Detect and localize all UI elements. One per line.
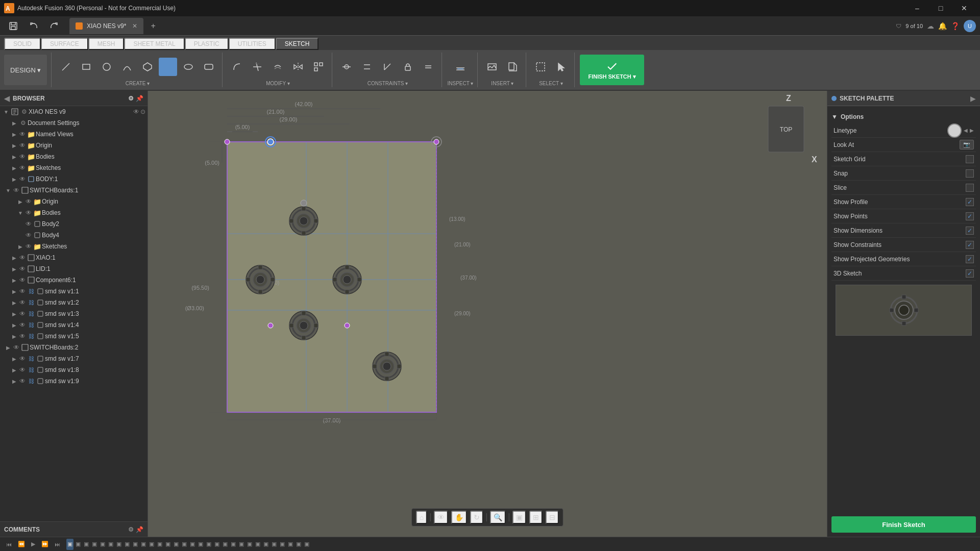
browser-content[interactable]: ▼ ⚙ XIAO NES v9 👁 ⊙ ▶ ⚙ Document Setting… [0,106,148,521]
tree-doc-settings[interactable]: ▶ ⚙ Document Settings [0,117,148,129]
save-button[interactable] [4,17,22,35]
maximize-button[interactable]: □ [929,0,952,16]
circle-tool-button[interactable] [97,58,116,76]
polygon-tool-button[interactable] [138,58,157,76]
timeline-step-11[interactable]: ▣ [148,539,155,550]
tree-sw1-sketches[interactable]: ▶ 👁 📁 Sketches [0,241,148,252]
tree-body2[interactable]: 👁 Body2 [0,218,148,230]
timeline-step-30[interactable]: ▣ [303,539,310,550]
tree-smd1[interactable]: ▶ 👁 ⛓ smd sw v1:1 [0,286,148,297]
show-dimensions-checkbox[interactable] [966,227,974,235]
sketch-dim-button[interactable] [451,58,470,76]
origin-visibility[interactable]: 👁 [18,142,27,149]
timeline-step-24[interactable]: ▣ [254,539,261,550]
browser-settings-icon[interactable]: ⚙ [128,95,134,102]
sw1-bodies-vis[interactable]: 👁 [24,209,33,216]
body2-visibility[interactable]: 👁 [24,220,33,228]
pattern-tool-button[interactable] [309,58,328,76]
lock-button[interactable] [399,58,417,76]
sw1-sketches-vis[interactable]: 👁 [24,243,33,250]
parallel-button[interactable] [358,58,376,76]
timeline-step-6[interactable]: ▣ [107,539,114,550]
home-view-button[interactable]: ⌂ [416,511,427,524]
timeline-step-13[interactable]: ▣ [164,539,172,550]
tree-origin[interactable]: ▶ 👁 📁 Origin [0,140,148,151]
tab-surface[interactable]: SURFACE [41,38,88,50]
insert-dxf-button[interactable] [503,58,522,76]
timeline-step-3[interactable]: ▣ [83,539,90,550]
tree-switchboards1[interactable]: ▼ 👁 SWITCHBoards:1 [0,185,148,196]
snap-checkbox[interactable] [966,169,974,178]
tree-named-views[interactable]: ▶ 👁 📁 Named Views [0,129,148,140]
notification-icon[interactable]: 🔔 [938,22,947,30]
sw1-origin-vis[interactable]: 👁 [24,198,33,205]
timeline-step-7[interactable]: ▣ [115,539,122,550]
browser-pin-icon[interactable]: 📌 [136,95,143,102]
timeline-step-1[interactable]: ▣ [66,539,74,550]
offset-tool-button[interactable] [268,58,287,76]
tree-smd7[interactable]: ▶ 👁 ⛓ smd sw v1:7 [0,353,148,364]
tree-component61[interactable]: ▶ 👁 Component6:1 [0,274,148,286]
timeline-step-26[interactable]: ▣ [271,539,278,550]
timeline-step-23[interactable]: ▣ [246,539,253,550]
timeline-step-25[interactable]: ▣ [262,539,270,550]
cursor-button[interactable] [552,58,570,76]
root-visibility[interactable]: 👁 [132,108,140,115]
perpendicular-button[interactable] [378,58,397,76]
body1-visibility[interactable]: 👁 [18,176,27,183]
insert-image-button[interactable] [483,58,501,76]
sketches-visibility[interactable]: 👁 [18,164,27,171]
rectangle-tool-button[interactable] [77,58,95,76]
timeline-step-29[interactable]: ▣ [295,539,302,550]
grid-button[interactable]: ⊞ [529,511,543,524]
equal-button[interactable] [419,58,437,76]
bodies-visibility[interactable]: 👁 [18,153,27,160]
fillet-tool-button[interactable] [228,58,246,76]
timeline-step-18[interactable]: ▣ [205,539,212,550]
tree-smd9[interactable]: ▶ 👁 ⛓ smd sw v1:9 [0,375,148,387]
help-icon[interactable]: ❓ [951,22,960,30]
smd4-vis[interactable]: 👁 [18,321,27,329]
filled-rect-tool-button[interactable] [159,58,177,76]
timeline-step-22[interactable]: ▣ [238,539,245,550]
smd3-vis[interactable]: 👁 [18,310,27,317]
canvas-area[interactable]: (5.00) (29.00) (21.00) (42.00) (5.00) (1… [148,91,827,537]
select-button[interactable] [531,58,550,76]
tab-mesh[interactable]: MESH [88,38,125,50]
user-avatar[interactable]: U [964,20,976,32]
tab-plastic[interactable]: PLASTIC [185,38,229,50]
close-button[interactable]: ✕ [952,0,976,16]
timeline-step-14[interactable]: ▣ [173,539,180,550]
show-points-checkbox[interactable] [966,212,974,220]
tree-smd4[interactable]: ▶ 👁 ⛓ smd sw v1:4 [0,319,148,331]
minimize-button[interactable]: – [905,0,929,16]
tree-smd3[interactable]: ▶ 👁 ⛓ smd sw v1:3 [0,308,148,319]
smd9-vis[interactable]: 👁 [18,378,27,385]
tree-lid1[interactable]: ▶ 👁 LID:1 [0,263,148,274]
palette-options-header[interactable]: ▼ Options [831,110,976,123]
trim-tool-button[interactable] [248,58,266,76]
undo-button[interactable] [24,17,43,35]
orbit-button[interactable]: ↻ [470,511,483,524]
tree-sw1-origin[interactable]: ▶ 👁 📁 Origin [0,196,148,207]
doc-tab-close[interactable]: ✕ [132,22,137,30]
smd2-vis[interactable]: 👁 [18,299,27,306]
sketch-grid-checkbox[interactable] [966,155,974,163]
show-constraints-checkbox[interactable] [966,241,974,249]
palette-expand-icon[interactable]: ▶ [970,94,976,103]
root-more[interactable]: ⊙ [140,108,148,115]
tree-body1[interactable]: ▶ 👁 BODY:1 [0,173,148,185]
timeline-step-back-button[interactable]: ⏪ [16,539,27,550]
design-mode-button[interactable]: DESIGN ▾ [4,55,47,85]
tree-switchboards2[interactable]: ▶ 👁 SWITCHBoards:2 [0,342,148,353]
tree-root[interactable]: ▼ ⚙ XIAO NES v9 👁 ⊙ [0,106,148,117]
timeline-step-5[interactable]: ▣ [99,539,106,550]
named-views-visibility[interactable]: 👁 [18,131,27,138]
timeline-step-16[interactable]: ▣ [189,539,196,550]
timeline-step-20[interactable]: ▣ [222,539,229,550]
arc-tool-button[interactable] [118,58,136,76]
linetype-next-button[interactable]: ▶ [970,128,974,133]
display-mode-button[interactable]: ▣ [512,511,526,524]
timeline-step-17[interactable]: ▣ [197,539,204,550]
lid1-vis[interactable]: 👁 [18,265,27,272]
